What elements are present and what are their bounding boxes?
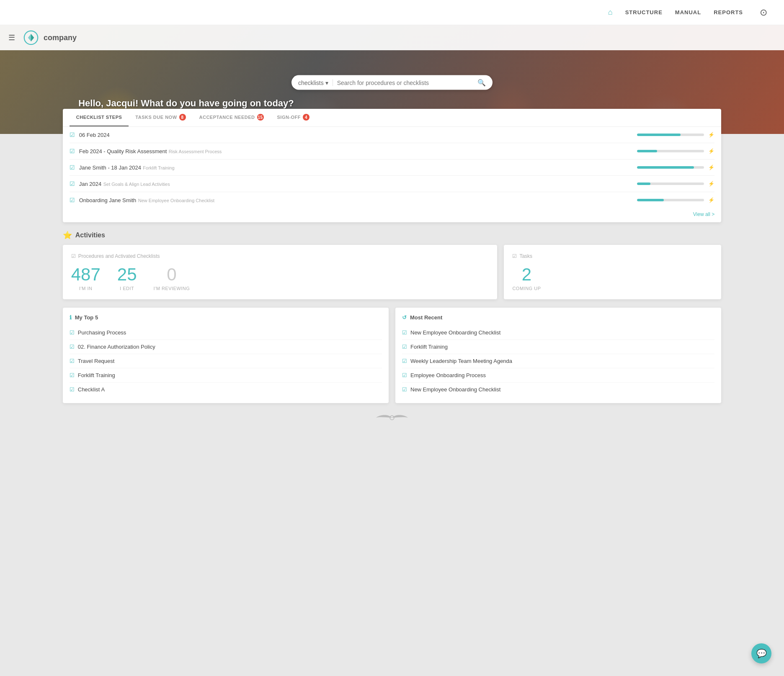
stat-im-in: 487 I'M IN xyxy=(71,266,101,291)
tasks-due-badge: 8 xyxy=(179,114,186,121)
progress-bar-bg xyxy=(637,199,704,201)
tab-sign-off[interactable]: SIGN-OFF 4 xyxy=(271,109,317,126)
list-item[interactable]: ☑ New Employee Onboarding Checklist xyxy=(402,383,714,396)
checklist-item[interactable]: ☑ Feb 2024 - Quality Risk Assessment Ris… xyxy=(70,143,715,159)
tab-checklist-steps-label: CHECKLIST STEPS xyxy=(76,115,122,120)
hamburger-menu-icon[interactable]: ☰ xyxy=(8,33,15,42)
stat-numbers: 487 I'M IN 25 I EDIT 0 I'M REVIEWING xyxy=(71,266,489,291)
item-subtitle: New Employee Onboarding Checklist xyxy=(138,198,214,203)
search-input[interactable] xyxy=(337,79,477,86)
tab-bar: CHECKLIST STEPS TASKS DUE NOW 8 ACCEPTAN… xyxy=(63,109,722,127)
acceptance-badge: 15 xyxy=(257,114,264,121)
checklist-item[interactable]: ☑ Jane Smith - 18 Jan 2024 Forklift Trai… xyxy=(70,159,715,176)
progress-bar-bg xyxy=(637,150,704,152)
checklist-item-icon: ☑ xyxy=(402,358,407,364)
search-type-dropdown[interactable]: checklists ▾ xyxy=(298,79,333,86)
nav-structure[interactable]: STRUCTURE xyxy=(625,9,663,15)
most-recent-label: Most Recent xyxy=(410,314,442,321)
checklist-check-icon: ☑ xyxy=(70,164,75,171)
stat-coming-up-value: 2 xyxy=(512,266,541,283)
checklist-items-list: ☑ 06 Feb 2024 ⚡ ☑ Feb 2024 - Quality Ris… xyxy=(63,127,722,208)
progress-bar-fill xyxy=(637,199,664,201)
stat-im-in-value: 487 xyxy=(71,266,101,283)
list-item[interactable]: ☑ Weekly Leadership Team Meeting Agenda xyxy=(402,354,714,368)
list-item[interactable]: ☑ New Employee Onboarding Checklist xyxy=(402,326,714,340)
checklist-item[interactable]: ☑ Jan 2024 Set Goals & Align Lead Activi… xyxy=(70,176,715,192)
item-date: Jane Smith - 18 Jan 2024 xyxy=(79,165,141,171)
checklist-item-icon: ☑ xyxy=(402,386,407,393)
list-item-label: Employee Onboarding Process xyxy=(410,372,486,378)
checklist-item-icon: ☑ xyxy=(70,344,75,350)
home-icon[interactable]: ⌂ xyxy=(608,8,613,17)
chat-button[interactable]: 💬 xyxy=(751,643,771,663)
list-item[interactable]: ☑ Employee Onboarding Process xyxy=(402,368,714,383)
link-icon[interactable]: ⚡ xyxy=(708,148,714,154)
progress-container xyxy=(637,150,704,152)
link-icon[interactable]: ⚡ xyxy=(708,132,714,138)
list-item[interactable]: ☑ Purchasing Process xyxy=(70,326,382,340)
list-item[interactable]: ☑ 02. Finance Authorization Policy xyxy=(70,340,382,354)
tab-acceptance-label: ACCEPTANCE NEEDED xyxy=(199,115,255,120)
info-icon: ℹ xyxy=(70,314,72,321)
link-icon[interactable]: ⚡ xyxy=(708,181,714,187)
list-item[interactable]: ☑ Forklift Training xyxy=(70,368,382,383)
checklist-item[interactable]: ☑ Onboarding Jane Smith New Employee Onb… xyxy=(70,192,715,208)
checklist-check-icon: ☑ xyxy=(70,180,75,187)
tasks-card-title: ☑ Tasks xyxy=(512,253,713,259)
search-type-label: checklists xyxy=(298,79,324,86)
list-item-label: New Employee Onboarding Checklist xyxy=(410,329,500,336)
stat-i-edit-value: 25 xyxy=(117,266,137,283)
stat-coming-up: 2 COMING UP xyxy=(512,266,541,291)
progress-bar-bg xyxy=(637,166,704,169)
nav-reports[interactable]: REPORTS xyxy=(714,9,743,15)
progress-bar-fill xyxy=(637,182,650,185)
nav-links: ⌂ STRUCTURE MANUAL REPORTS ⊙ xyxy=(608,7,767,18)
checklist-item-icon: ☑ xyxy=(70,329,75,336)
checklist-item-icon: ☑ xyxy=(70,372,75,378)
list-item-label: New Employee Onboarding Checklist xyxy=(410,386,500,393)
progress-bar-bg xyxy=(637,134,704,136)
list-item[interactable]: ☑ Forklift Training xyxy=(402,340,714,354)
most-recent-card: ↺ Most Recent ☑ New Employee Onboarding … xyxy=(395,308,721,403)
list-item-label: Weekly Leadership Team Meeting Agenda xyxy=(410,358,512,364)
dropdown-chevron-icon: ▾ xyxy=(325,79,328,86)
tasks-icon: ☑ xyxy=(512,253,517,259)
user-profile-icon[interactable]: ⊙ xyxy=(760,7,767,18)
stat-i-edit-label: I EDIT xyxy=(117,286,137,291)
my-top-5-label: My Top 5 xyxy=(75,314,98,321)
footer-wings-svg xyxy=(375,411,409,424)
nav-manual[interactable]: MANUAL xyxy=(675,9,701,15)
list-item[interactable]: ☑ Checklist A xyxy=(70,383,382,396)
most-recent-title: ↺ Most Recent xyxy=(402,314,714,321)
view-all-link[interactable]: View all > xyxy=(63,208,722,222)
company-name: company xyxy=(44,33,77,42)
checklist-item[interactable]: ☑ 06 Feb 2024 ⚡ xyxy=(70,127,715,143)
item-text: Onboarding Jane Smith New Employee Onboa… xyxy=(79,196,633,204)
procedures-icon: ☑ xyxy=(71,253,76,259)
tasks-stat-numbers: 2 COMING UP xyxy=(512,266,713,291)
checklist-item-icon: ☑ xyxy=(70,358,75,364)
top-navigation: ⌂ STRUCTURE MANUAL REPORTS ⊙ xyxy=(0,0,784,25)
item-text: Jan 2024 Set Goals & Align Lead Activiti… xyxy=(79,180,633,188)
progress-container xyxy=(637,166,704,169)
list-item-label: 02. Finance Authorization Policy xyxy=(78,344,155,350)
item-text: Jane Smith - 18 Jan 2024 Forklift Traini… xyxy=(79,164,633,171)
search-submit-button[interactable]: 🔍 xyxy=(477,79,486,87)
tab-checklist-steps[interactable]: CHECKLIST STEPS xyxy=(70,109,129,126)
tab-acceptance-needed[interactable]: ACCEPTANCE NEEDED 15 xyxy=(193,109,271,126)
list-item[interactable]: ☑ Travel Request xyxy=(70,354,382,368)
progress-bar-bg xyxy=(637,182,704,185)
list-item-label: Checklist A xyxy=(78,386,105,393)
link-icon[interactable]: ⚡ xyxy=(708,197,714,203)
tab-tasks-due-now[interactable]: TASKS DUE NOW 8 xyxy=(129,109,192,126)
item-subtitle: Set Goals & Align Lead Activities xyxy=(103,182,170,187)
footer-logo-icon xyxy=(71,411,713,427)
footer xyxy=(63,403,722,435)
activities-label: Activities xyxy=(75,231,105,239)
search-bar: checklists ▾ 🔍 xyxy=(291,75,493,90)
dashboard-card: CHECKLIST STEPS TASKS DUE NOW 8 ACCEPTAN… xyxy=(63,109,722,222)
link-icon[interactable]: ⚡ xyxy=(708,165,714,170)
item-text: 06 Feb 2024 xyxy=(79,131,633,139)
procedures-label: Procedures and Activated Checklists xyxy=(78,253,160,259)
tasks-stat-card: ☑ Tasks 2 COMING UP xyxy=(504,245,721,299)
